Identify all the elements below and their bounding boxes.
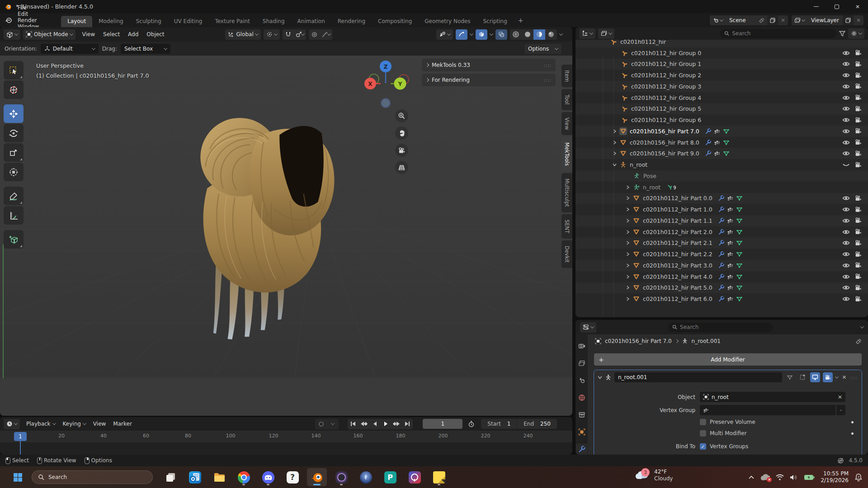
taskbar-app[interactable]: [331, 468, 351, 486]
modifier-wrench-icon[interactable]: [718, 262, 725, 269]
workspace-tab[interactable]: Animation: [291, 16, 331, 27]
notification-bell-icon[interactable]: z: [854, 473, 863, 481]
current-frame-field[interactable]: 1: [423, 419, 462, 429]
expand-icon[interactable]: [623, 297, 632, 301]
vertex-group-icon[interactable]: [714, 128, 721, 135]
mesh-data-icon[interactable]: [723, 128, 730, 135]
addon-panel-header[interactable]: MekTools 0.33 ::::: [422, 59, 556, 71]
snap-settings-button[interactable]: [294, 29, 306, 40]
render-display-toggle-icon[interactable]: [823, 372, 833, 382]
camera-visibility-icon[interactable]: [854, 251, 862, 258]
camera-visibility-icon[interactable]: [854, 50, 862, 56]
blender-menu-icon[interactable]: [5, 17, 13, 23]
workspace-tab[interactable]: Geometry Nodes: [418, 16, 476, 27]
add-modifier-button[interactable]: + Add Modifier: [594, 353, 862, 366]
workspace-tab[interactable]: Modeling: [92, 16, 130, 27]
eye-icon[interactable]: [842, 285, 850, 291]
timeline-menu[interactable]: Marker: [109, 421, 135, 427]
invert-vertex-group-icon[interactable]: [836, 405, 845, 415]
orientation-setting-dropdown[interactable]: Default: [41, 44, 99, 54]
outliner-row[interactable]: c0201h0112_hir Part 2.2: [576, 249, 868, 260]
properties-tab[interactable]: [576, 409, 587, 420]
mode-selector[interactable]: Object Mode: [23, 29, 75, 40]
properties-tab[interactable]: [576, 358, 587, 369]
camera-visibility-icon[interactable]: [854, 106, 862, 112]
next-keyframe-button[interactable]: [391, 419, 402, 429]
modifier-name-field[interactable]: n_root.001: [614, 372, 782, 382]
collapse-icon[interactable]: [609, 163, 619, 167]
camera-visibility-icon[interactable]: [854, 150, 862, 157]
expand-icon[interactable]: [609, 129, 619, 133]
collapse-modifier-icon[interactable]: [598, 375, 602, 380]
camera-visibility-icon[interactable]: [854, 240, 862, 246]
npanel-tab[interactable]: Devkit: [561, 240, 572, 268]
timeline-menu[interactable]: Playback: [23, 421, 59, 427]
outliner-row[interactable]: c0201h0112_hir Part 0.0: [576, 193, 868, 204]
navigation-gizmo[interactable]: Z X Y: [361, 60, 410, 110]
taskbar-app[interactable]: P: [380, 468, 400, 486]
mesh-data-icon[interactable]: [736, 229, 743, 235]
timeline-editor-type-button[interactable]: [4, 419, 20, 429]
outliner-row[interactable]: c0201h0112_hir Part 1.0: [576, 204, 868, 215]
eye-icon[interactable]: [842, 72, 850, 78]
camera-visibility-icon[interactable]: [854, 229, 862, 235]
vertex-group-icon[interactable]: [727, 206, 734, 213]
mesh-data-icon[interactable]: [736, 195, 743, 202]
npanel-tab[interactable]: Item: [561, 65, 572, 87]
outliner-row[interactable]: Pose: [576, 170, 868, 182]
rotate-tool[interactable]: [4, 124, 24, 142]
workspace-tab[interactable]: Sculpting: [130, 16, 168, 27]
hair-mesh-object[interactable]: [191, 113, 349, 346]
remove-viewlayer-icon[interactable]: ✕: [854, 15, 863, 25]
outliner-row[interactable]: c0201h0112_hir Group 0: [576, 47, 868, 59]
expand-icon[interactable]: [623, 263, 632, 267]
drag-setting-dropdown[interactable]: Select Box: [121, 44, 170, 54]
camera-visibility-icon[interactable]: [854, 83, 862, 89]
new-viewlayer-icon[interactable]: [843, 15, 854, 25]
outliner-row[interactable]: c0201h0112_hir Part 5.0: [576, 282, 868, 294]
eye-icon[interactable]: [842, 140, 850, 145]
pivot-point-selector[interactable]: [264, 29, 280, 40]
measure-tool[interactable]: [4, 206, 24, 225]
eye-icon[interactable]: [842, 150, 850, 156]
vertex-group-icon[interactable]: [727, 284, 734, 291]
expand-icon[interactable]: [609, 141, 619, 145]
scene-selector[interactable]: Scene ✕: [710, 15, 788, 25]
outliner-row[interactable]: c0201h0112_hir Part 1.1: [576, 215, 868, 226]
outliner-row[interactable]: c0201h0156_hir Part 7.0: [576, 126, 868, 137]
properties-editor-type-button[interactable]: [580, 322, 596, 333]
taskbar-app[interactable]: [234, 468, 254, 486]
eye-icon[interactable]: [842, 251, 850, 257]
modifier-wrench-icon[interactable]: [718, 296, 725, 302]
close-button[interactable]: ✕: [847, 0, 868, 13]
camera-visibility-icon[interactable]: [854, 128, 862, 134]
auto-key-dropdown[interactable]: [327, 419, 339, 429]
timeline-ruler[interactable]: 20406080100120140160180200220240 1: [0, 431, 572, 442]
eye-icon[interactable]: [842, 106, 850, 112]
outliner-row[interactable]: c0201h0112_hir Part 4.0: [576, 271, 868, 282]
taskbar-app[interactable]: [356, 468, 376, 486]
expand-icon[interactable]: [623, 207, 632, 211]
mesh-data-icon[interactable]: [736, 296, 743, 302]
mesh-data-icon[interactable]: [723, 150, 730, 157]
outliner-options-button[interactable]: [848, 28, 864, 39]
vertex-group-icon[interactable]: [727, 217, 734, 224]
panel-expand-icon[interactable]: [425, 78, 429, 82]
material-preview-shading-icon[interactable]: [533, 29, 545, 40]
add-workspace-button[interactable]: +: [514, 15, 528, 26]
taskbar-app[interactable]: [429, 468, 449, 486]
npanel-tab[interactable]: Tool: [561, 89, 572, 110]
outliner-row[interactable]: c0201h0112_hir Part 2.0: [576, 226, 868, 238]
npanel-tab[interactable]: Multisculpt: [561, 173, 572, 212]
preserve-volume-checkbox[interactable]: [700, 419, 706, 425]
toggle-xray-button[interactable]: [495, 29, 507, 40]
gizmo-axis-y[interactable]: Y: [394, 78, 406, 90]
cursor-tool[interactable]: [4, 80, 24, 99]
expand-icon[interactable]: [623, 241, 632, 245]
outliner-row[interactable]: c0201h0156_hir Part 9.0: [576, 148, 868, 160]
box-select-tool[interactable]: [4, 61, 24, 80]
workspace-tab[interactable]: Scripting: [476, 16, 513, 27]
mesh-data-icon[interactable]: [736, 284, 743, 291]
show-gizmo-button[interactable]: [436, 29, 453, 40]
add-cube-tool[interactable]: [4, 230, 24, 249]
